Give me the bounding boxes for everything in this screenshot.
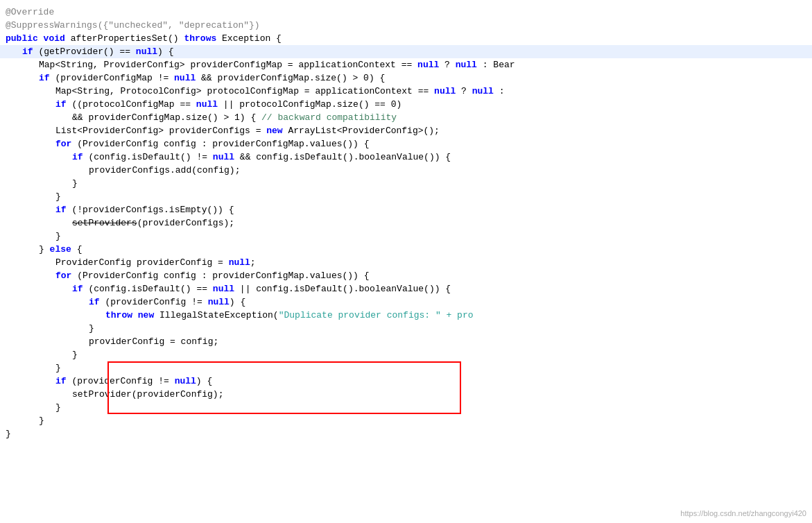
code-token: if	[89, 295, 105, 309]
code-token: if	[72, 151, 88, 164]
code-line: if (!providerConfigs.isEmpty()) {	[0, 203, 812, 216]
code-token: }	[55, 361, 61, 375]
code-token: List	[55, 124, 77, 137]
watermark: https://blog.csdn.net/zhangcongyi420	[680, 509, 806, 517]
code-line: setProvider(providerConfig);	[0, 388, 812, 401]
code-token: <String, ProtocolConfig> protocolConfigM…	[71, 85, 434, 98]
code-token: ({"unchecked", "deprecation"})	[98, 19, 260, 32]
code-token: "Duplicate provider configs: " + pro	[279, 309, 474, 322]
code-token: (config.isDefault() !=	[88, 151, 212, 164]
code-token: (ProviderConfig config : providerConfigM…	[77, 137, 369, 151]
code-token: if	[55, 375, 71, 388]
code-token: || protocolConfigMap.size() == 0)	[218, 98, 401, 111]
code-token: if	[39, 71, 55, 85]
code-line: providerConfig = config;	[0, 335, 812, 348]
code-line: if (providerConfig != null) {	[0, 295, 812, 309]
code-line: }	[0, 230, 812, 243]
code-line: if (config.isDefault() == null || config…	[0, 282, 812, 295]
code-token: null	[174, 71, 196, 85]
code-line: setProviders(providerConfigs);	[0, 216, 812, 230]
code-token: providerConfig = config;	[89, 335, 218, 348]
code-token: @Override	[6, 6, 54, 19]
code-token: null	[208, 295, 230, 309]
code-token: setProvider(providerConfig);	[72, 388, 223, 401]
code-token: && providerConfigMap.size() > 1) {	[72, 111, 261, 124]
code-token: }	[89, 322, 94, 335]
code-token: (providerConfigMap !=	[55, 71, 174, 85]
code-token: }	[55, 401, 61, 414]
code-token: (!providerConfigs.isEmpty()) {	[71, 203, 234, 216]
code-line: }	[0, 401, 812, 414]
code-token: ?	[439, 58, 455, 71]
code-token: }	[72, 348, 78, 361]
code-token: null	[136, 45, 157, 58]
code-line: for (ProviderConfig config : providerCon…	[0, 269, 812, 282]
code-line: Map<String, ProtocolConfig> protocolConf…	[0, 85, 812, 98]
code-token: <String, ProviderConfig> providerConfigM…	[55, 58, 417, 71]
code-token: }	[72, 177, 78, 190]
code-token: for	[55, 269, 77, 282]
code-token: null	[229, 256, 250, 269]
code-token: new	[266, 124, 282, 137]
code-token: }	[6, 427, 11, 440]
code-line: if (config.isDefault() != null && config…	[0, 151, 812, 164]
code-line: }	[0, 427, 812, 440]
code-line: @Override	[0, 6, 812, 19]
code-token: providerConfigs.add(config);	[89, 164, 240, 177]
code-token: // backward compatibility	[261, 111, 397, 124]
code-token: new	[138, 309, 159, 322]
code-token: {	[71, 243, 83, 256]
code-line: throw new IllegalStateException("Duplica…	[0, 309, 812, 322]
code-token: afterPropertiesSet()	[71, 32, 184, 45]
code-token: }	[55, 190, 61, 203]
code-line: public void afterPropertiesSet() throws …	[0, 32, 812, 45]
code-token: : Bear	[477, 58, 515, 71]
code-token: (providerConfig !=	[71, 375, 174, 388]
code-token: :	[494, 85, 505, 98]
code-token: null	[213, 282, 234, 295]
code-token: Map	[55, 85, 71, 98]
code-token: null	[196, 98, 218, 111]
code-line: @SuppressWarnings({"unchecked", "depreca…	[0, 19, 812, 32]
code-line: && providerConfigMap.size() > 1) { // ba…	[0, 111, 812, 124]
code-token: (providerConfig !=	[105, 295, 207, 309]
code-container: @Override@SuppressWarnings({"unchecked",…	[0, 0, 812, 523]
code-token: IllegalStateException(	[159, 309, 279, 322]
code-token: throws	[184, 32, 222, 45]
code-token: ?	[456, 85, 472, 98]
code-token: null	[213, 151, 234, 164]
code-line: for (ProviderConfig config : providerCon…	[0, 137, 812, 151]
code-token: }	[55, 230, 61, 243]
code-token: (providerConfigs);	[137, 216, 234, 230]
code-token: if	[55, 98, 71, 111]
code-token: ProviderConfig providerConfig =	[55, 256, 229, 269]
code-token: ;	[250, 256, 256, 269]
code-line: if ((protocolConfigMap == null || protoc…	[0, 98, 812, 111]
code-line: }	[0, 322, 812, 335]
code-line: }	[0, 190, 812, 203]
code-line: if (providerConfig != null) {	[0, 375, 812, 388]
code-token: if	[22, 45, 38, 58]
code-line: providerConfigs.add(config);	[0, 164, 812, 177]
code-token: ) {	[157, 45, 173, 58]
code-line: ProviderConfig providerConfig = null;	[0, 256, 812, 269]
code-token: setProviders	[72, 216, 137, 230]
code-token: ((protocolConfigMap ==	[71, 98, 196, 111]
code-token: null	[456, 58, 477, 71]
code-line: }	[0, 414, 812, 427]
code-token: null	[417, 58, 439, 71]
code-token: (ProviderConfig config : providerConfigM…	[77, 269, 369, 282]
code-line: List<ProviderConfig> providerConfigs = n…	[0, 124, 812, 137]
code-token: (config.isDefault() ==	[88, 282, 212, 295]
code-token: void	[44, 32, 71, 45]
code-line: }	[0, 348, 812, 361]
code-token: throw	[105, 309, 138, 322]
code-token: if	[72, 282, 88, 295]
code-token: else	[50, 243, 71, 256]
code-token: (getProvider() ==	[38, 45, 135, 58]
code-token: Exception {	[222, 32, 282, 45]
code-token: @SuppressWarnings	[6, 19, 98, 32]
code-token: }	[39, 414, 44, 427]
code-token: null	[434, 85, 456, 98]
code-token: ArrayList<ProviderConfig>();	[283, 124, 440, 137]
